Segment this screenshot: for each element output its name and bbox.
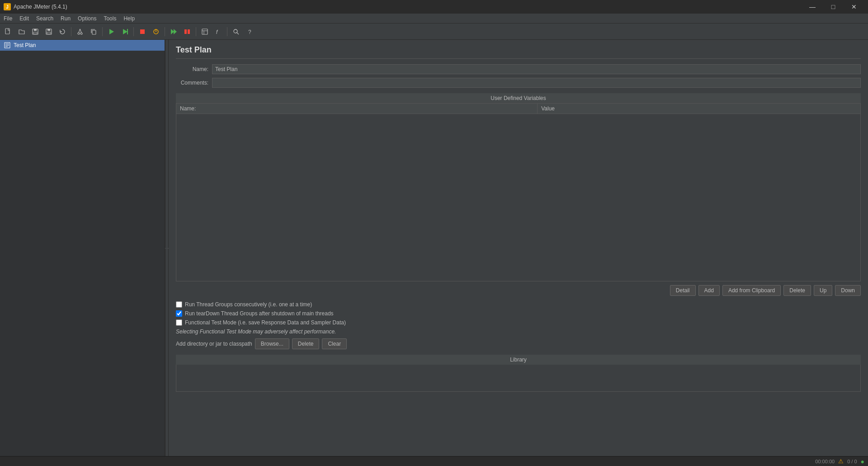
run-teardown-checkbox[interactable] — [176, 310, 182, 317]
sidebar: Test Plan — [0, 40, 165, 456]
status-timer: 00:00:00 — [815, 459, 835, 464]
menu-bar: File Edit Search Run Options Tools Help — [0, 14, 868, 24]
functional-test-label: Functional Test Mode (i.e. save Response… — [185, 319, 346, 326]
save-as-button[interactable]: + — [42, 25, 55, 38]
close-button[interactable]: ✕ — [844, 0, 864, 14]
name-label: Name: — [176, 66, 212, 72]
menu-help[interactable]: Help — [120, 14, 138, 23]
warning-icon: ⚠ — [838, 458, 844, 465]
separator-4 — [165, 27, 165, 36]
separator-1 — [71, 27, 71, 36]
open-button[interactable] — [15, 25, 28, 38]
save-button[interactable] — [29, 25, 42, 38]
panel-title: Test Plan — [176, 45, 861, 59]
menu-tools[interactable]: Tools — [100, 14, 120, 23]
start-no-pause-button[interactable] — [118, 25, 131, 38]
variables-table: Name: Value — [176, 103, 861, 114]
stop-button[interactable] — [136, 25, 149, 38]
search-button[interactable] — [230, 25, 242, 38]
menu-run[interactable]: Run — [57, 14, 74, 23]
start-button[interactable] — [105, 25, 118, 38]
name-input[interactable] — [212, 64, 861, 74]
sidebar-test-plan-label: Test Plan — [14, 42, 36, 48]
minimize-button[interactable]: — — [802, 0, 823, 14]
remote-start-all-button[interactable] — [167, 25, 180, 38]
templates-button[interactable] — [198, 25, 211, 38]
toolbar: + f — [0, 24, 868, 40]
svg-marker-19 — [171, 29, 174, 34]
variables-empty-area — [176, 114, 861, 281]
up-button[interactable]: Up — [814, 285, 832, 296]
menu-edit[interactable]: Edit — [16, 14, 33, 23]
svg-line-28 — [237, 33, 239, 34]
svg-rect-6 — [47, 32, 51, 34]
status-right: 00:00:00 ⚠ 0 / 0 ● — [815, 458, 864, 465]
app-icon: J — [4, 3, 11, 10]
menu-options[interactable]: Options — [74, 14, 100, 23]
svg-rect-12 — [92, 30, 96, 34]
comments-label: Comments: — [176, 80, 212, 86]
copy-button[interactable] — [87, 25, 100, 38]
cut-button[interactable] — [74, 25, 86, 38]
menu-search[interactable]: Search — [33, 14, 57, 23]
clear-button[interactable]: Clear — [322, 338, 347, 349]
shutdown-button[interactable] — [150, 25, 162, 38]
new-button[interactable] — [2, 25, 14, 38]
window-title: Apache JMeter (5.4.1) — [14, 4, 802, 10]
classpath-delete-button[interactable]: Delete — [292, 338, 320, 349]
add-from-clipboard-button[interactable]: Add from Clipboard — [722, 285, 781, 296]
comments-input[interactable] — [212, 78, 861, 88]
divider-handle[interactable]: ⋮ — [165, 40, 169, 456]
status-counters: 0 / 0 — [847, 459, 857, 464]
functional-test-row: Functional Test Mode (i.e. save Response… — [176, 319, 861, 326]
svg-point-27 — [234, 29, 237, 33]
delete-button[interactable]: Delete — [783, 285, 811, 296]
name-row: Name: — [176, 64, 861, 74]
sidebar-item-test-plan[interactable]: Test Plan — [0, 40, 165, 51]
svg-text:f: f — [216, 29, 218, 35]
svg-rect-0 — [5, 29, 9, 34]
separator-6 — [227, 27, 227, 36]
browse-button[interactable]: Browse... — [255, 338, 289, 349]
title-bar: J Apache JMeter (5.4.1) — □ ✕ — [0, 0, 868, 14]
svg-point-9 — [80, 33, 82, 34]
svg-rect-3 — [33, 32, 37, 34]
main-layout: Test Plan ⋮ Test Plan Name: Comments: Us… — [0, 40, 868, 456]
function-helper-button[interactable]: f — [212, 25, 225, 38]
svg-text:+: + — [49, 29, 51, 32]
library-empty-area — [176, 365, 861, 392]
classpath-row: Add directory or jar to classpath Browse… — [176, 338, 861, 349]
svg-marker-13 — [109, 29, 114, 34]
svg-marker-20 — [174, 29, 177, 34]
content-area: Test Plan Name: Comments: User Defined V… — [169, 40, 868, 456]
svg-rect-16 — [140, 29, 145, 34]
svg-line-11 — [80, 29, 81, 33]
run-teardown-row: Run tearDown Thread Groups after shutdow… — [176, 310, 861, 317]
col-name: Name: — [176, 104, 538, 114]
down-button[interactable]: Down — [835, 285, 861, 296]
menu-file[interactable]: File — [0, 14, 16, 23]
revert-button[interactable] — [56, 25, 69, 38]
separator-5 — [196, 27, 196, 36]
separator-2 — [102, 27, 103, 36]
status-circle: ● — [861, 458, 864, 465]
run-consecutive-checkbox[interactable] — [176, 301, 182, 308]
action-buttons: Detail Add Add from Clipboard Delete Up … — [176, 285, 861, 296]
functional-test-checkbox[interactable] — [176, 319, 182, 326]
svg-point-8 — [78, 33, 80, 34]
col-value: Value — [538, 104, 861, 114]
add-button[interactable]: Add — [698, 285, 720, 296]
detail-button[interactable]: Detail — [670, 285, 696, 296]
help-button[interactable]: ? — [243, 25, 256, 38]
remote-stop-all-button[interactable] — [181, 25, 193, 38]
svg-rect-23 — [202, 29, 208, 34]
run-teardown-label: Run tearDown Thread Groups after shutdow… — [185, 310, 334, 317]
svg-rect-22 — [188, 29, 190, 34]
status-bar: 00:00:00 ⚠ 0 / 0 ● — [0, 456, 868, 466]
library-section-title: Library — [176, 355, 861, 365]
maximize-button[interactable]: □ — [823, 0, 844, 14]
library-section: Library — [176, 355, 861, 392]
window-controls: — □ ✕ — [802, 0, 864, 14]
variables-section-title: User Defined Variables — [176, 93, 861, 103]
classpath-label: Add directory or jar to classpath — [176, 341, 252, 347]
